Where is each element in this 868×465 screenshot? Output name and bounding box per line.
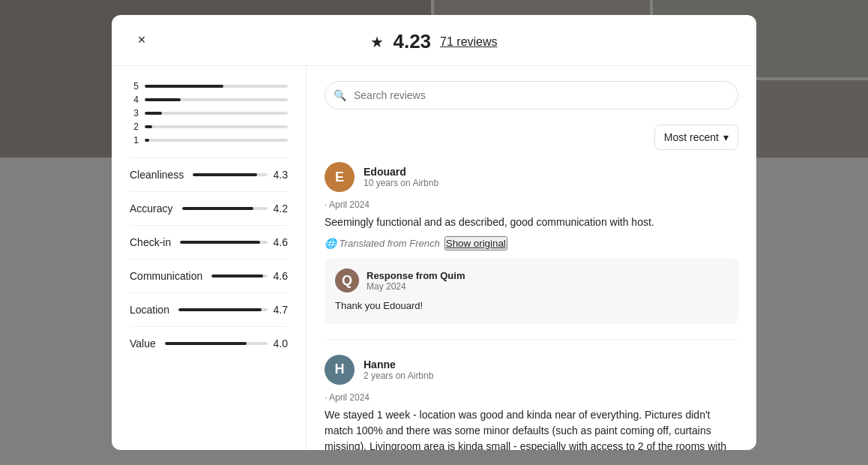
category-score: 4.6 [274, 236, 288, 248]
bar-row: 1 [130, 135, 288, 146]
bar-row: 2 [130, 122, 288, 132]
modal-header: × ★ 4.23 71 reviews [112, 15, 756, 66]
category-bar-fill [182, 207, 254, 210]
category-location: Location 4.7 [130, 292, 288, 326]
sort-label: Most recent [664, 131, 719, 143]
reviews-panel: 🔍 Most recent ▾ E Edouard 10 years on Ai… [307, 66, 756, 450]
bar-fill [145, 85, 223, 88]
reviewer-avatar-img: H [325, 355, 355, 385]
bar-fill [145, 98, 181, 101]
reviews-modal: × ★ 4.23 71 reviews 5 4 3 2 [112, 15, 756, 450]
category-left: Accuracy [130, 202, 173, 214]
category-left: Value [130, 338, 156, 350]
response-header: Q Response from Quim May 2024 [335, 268, 728, 292]
category-name: Check-in [130, 236, 171, 248]
response-host-name: Response from Quim [367, 270, 465, 281]
translation-text: 🌐 Translated from French [325, 238, 440, 249]
category-bar [180, 241, 267, 244]
sort-dropdown[interactable]: Most recent ▾ [654, 124, 738, 150]
bar-track [145, 125, 288, 128]
host-avatar-img: Q [335, 268, 359, 292]
bar-track [145, 112, 288, 115]
category-value: Value 4.0 [130, 326, 288, 360]
star-icon: ★ [370, 33, 384, 51]
host-avatar: Q [335, 268, 359, 292]
category-bar-fill [165, 342, 247, 345]
host-response: Q Response from Quim May 2024 Thank you … [325, 258, 738, 324]
reviews-count[interactable]: 71 reviews [440, 35, 497, 49]
overall-bar-chart: 5 4 3 2 1 [130, 81, 288, 146]
category-communication: Communication 4.6 [130, 259, 288, 292]
category-accuracy: Accuracy 4.2 [130, 191, 288, 225]
category-left: Location [130, 304, 169, 316]
bar-label: 5 [130, 81, 139, 92]
category-name: Accuracy [130, 202, 173, 214]
bar-fill [145, 139, 149, 142]
search-icon: 🔍 [334, 89, 346, 101]
category-left: Cleanliness [130, 169, 184, 181]
response-date: May 2024 [367, 281, 465, 292]
reviewer-name: Edouard [364, 166, 738, 178]
reviewer-header: H Hanne 2 years on Airbnb [325, 355, 738, 385]
category-score: 4.2 [274, 202, 288, 214]
category-left: Check-in [130, 236, 171, 248]
search-input[interactable] [325, 81, 738, 110]
reviewer-info: Edouard 10 years on Airbnb [364, 166, 738, 188]
show-original-button[interactable]: Show original [444, 236, 507, 250]
bar-fill [145, 125, 152, 128]
translation-note: 🌐 Translated from French Show original [325, 236, 738, 250]
category-score: 4.0 [274, 338, 288, 350]
bar-label: 4 [130, 94, 139, 105]
category-score: 4.6 [274, 270, 288, 282]
category-left: Communication [130, 270, 202, 282]
response-text: Thank you Edouard! [335, 298, 728, 314]
category-bar-fill [180, 241, 260, 244]
review-text: We stayed 1 week - location was good and… [325, 407, 738, 451]
chevron-down-icon: ▾ [723, 131, 729, 143]
reviewer-avatar: H [325, 355, 355, 385]
bar-label: 1 [130, 135, 139, 146]
bar-track [145, 85, 288, 88]
ratings-panel: 5 4 3 2 1 Cleanliness [112, 66, 307, 450]
review-card-hanne: H Hanne 2 years on Airbnb · April 2024 W… [325, 355, 738, 451]
category-check-in: Check-in 4.6 [130, 225, 288, 259]
category-bar [178, 308, 268, 311]
bar-row: 3 [130, 108, 288, 118]
bar-row: 4 [130, 94, 288, 105]
sort-row: Most recent ▾ [325, 124, 738, 150]
category-score: 4.3 [274, 169, 288, 181]
bar-label: 2 [130, 122, 139, 132]
reviewer-name: Hanne [364, 358, 738, 370]
reviewer-info: Hanne 2 years on Airbnb [364, 358, 738, 381]
review-card-edouard: E Edouard 10 years on Airbnb · April 202… [325, 162, 738, 340]
response-meta: Response from Quim May 2024 [367, 270, 465, 292]
review-date: · April 2024 [325, 200, 738, 210]
category-name: Value [130, 338, 156, 350]
category-bar [182, 207, 268, 210]
category-bar-fill [211, 274, 262, 278]
category-bar [211, 274, 267, 278]
modal-body: 5 4 3 2 1 Cleanliness [112, 66, 756, 450]
category-cleanliness: Cleanliness 4.3 [130, 158, 288, 191]
search-container: 🔍 [325, 81, 738, 110]
close-button[interactable]: × [130, 28, 154, 52]
category-score: 4.7 [274, 304, 288, 316]
review-text: Seemingly functional and as described, g… [325, 214, 738, 230]
bar-fill [145, 112, 162, 115]
bar-label: 3 [130, 108, 139, 118]
category-name: Cleanliness [130, 169, 184, 181]
overall-rating: 4.23 [393, 30, 431, 53]
category-bar-fill [178, 308, 262, 311]
category-bar [165, 342, 268, 345]
category-name: Location [130, 304, 169, 316]
category-bar-fill [193, 173, 256, 176]
modal-title: ★ 4.23 71 reviews [370, 30, 497, 53]
reviewer-meta: 10 years on Airbnb [364, 178, 738, 188]
reviewer-avatar: E [325, 162, 355, 192]
bar-track [145, 139, 288, 142]
bar-track [145, 98, 288, 101]
review-date: · April 2024 [325, 392, 738, 403]
reviews-list: E Edouard 10 years on Airbnb · April 202… [325, 162, 738, 450]
category-name: Communication [130, 270, 202, 282]
reviewer-avatar-img: E [325, 162, 355, 192]
